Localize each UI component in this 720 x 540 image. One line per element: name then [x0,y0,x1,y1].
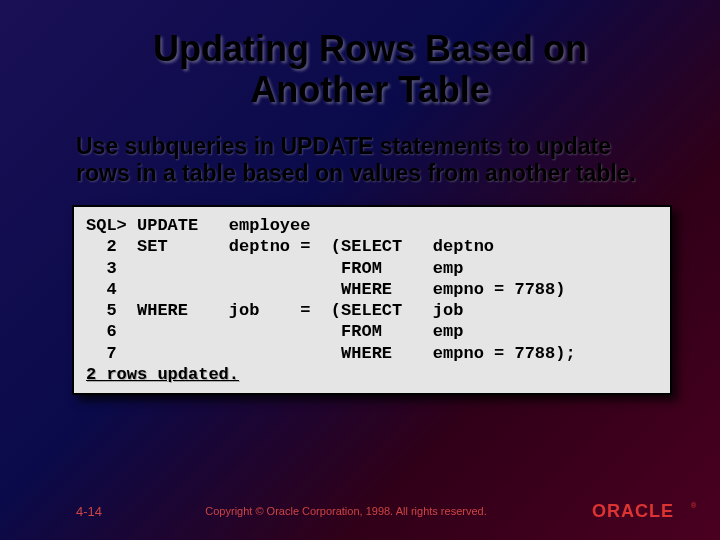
code-line-6: 6 FROM emp [86,322,463,341]
code-result: 2 rows updated. [86,365,239,384]
svg-text:®: ® [691,502,697,509]
code-line-3: 3 FROM emp [86,259,463,278]
page-number: 4-14 [76,504,102,519]
slide-title: Updating Rows Based on Another Table [0,0,720,111]
footer: 4-14 Copyright © Oracle Corporation, 199… [0,500,720,522]
oracle-logo: ORACLE ® [590,500,700,522]
slide-subtitle: Use subqueries in UPDATE statements to u… [0,111,720,201]
oracle-logo-text: ORACLE [592,501,674,521]
copyright-text: Copyright © Oracle Corporation, 1998. Al… [102,505,590,517]
code-line-7: 7 WHERE empno = 7788); [86,344,576,363]
code-line-1: SQL> UPDATE employee [86,216,310,235]
code-line-2: 2 SET deptno = (SELECT deptno [86,237,494,256]
code-line-4: 4 WHERE empno = 7788) [86,280,565,299]
code-block: SQL> UPDATE employee 2 SET deptno = (SEL… [72,205,672,395]
code-line-5: 5 WHERE job = (SELECT job [86,301,463,320]
